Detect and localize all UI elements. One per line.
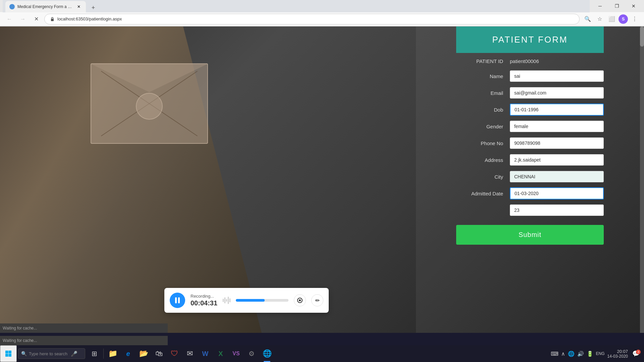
admitted-date-row: Admitted Date bbox=[456, 186, 604, 201]
progress-bar-container[interactable] bbox=[236, 299, 288, 302]
recording-label: Recording... bbox=[191, 294, 217, 299]
patient-form-panel: PATIENT FORM PATIENT ID patient00006 Nam… bbox=[416, 26, 644, 333]
taskbar-search-placeholder: Type here to search bbox=[29, 351, 67, 356]
admitted-date-input[interactable] bbox=[510, 187, 604, 199]
record-dot bbox=[299, 299, 301, 301]
status-text: Waiting for cache... bbox=[3, 326, 37, 330]
clock-date: 14-03-2020 bbox=[607, 354, 628, 359]
url-text: localhost:63503/patientlogin.aspx bbox=[57, 16, 574, 21]
start-button[interactable] bbox=[0, 345, 17, 362]
profile-button[interactable]: S bbox=[619, 14, 628, 24]
city-input[interactable] bbox=[510, 171, 604, 182]
email-input[interactable] bbox=[510, 87, 604, 99]
patient-id-label: PATIENT ID bbox=[456, 58, 510, 64]
gender-input[interactable] bbox=[510, 121, 604, 132]
taskbar-app-excel[interactable]: X bbox=[213, 345, 228, 362]
settings-icon: ⚙ bbox=[249, 350, 255, 358]
envelope-overlay bbox=[91, 63, 208, 144]
address-bar: ← → ✕ localhost:63503/patientlogin.aspx … bbox=[0, 12, 644, 26]
name-input[interactable] bbox=[510, 70, 604, 82]
recording-bar: Recording... 00:04:31 ✏ bbox=[164, 288, 329, 313]
taskbar-app-vs[interactable]: VS bbox=[228, 345, 244, 362]
windows-icon bbox=[5, 350, 12, 357]
address-row: Address bbox=[456, 153, 604, 167]
notification-button[interactable]: 💬 3 bbox=[631, 348, 641, 359]
taskbar-search-box[interactable]: 🔍 Type here to search 🎤 bbox=[18, 348, 85, 359]
taskbar-app-settings[interactable]: ⚙ bbox=[244, 345, 259, 362]
tab-close-button[interactable]: ✕ bbox=[76, 4, 82, 10]
new-tab-button[interactable]: + bbox=[89, 3, 98, 12]
bookmark-button[interactable]: ☆ bbox=[594, 14, 605, 24]
pause-button[interactable] bbox=[170, 293, 185, 308]
main-content: PATIENT FORM PATIENT ID patient00006 Nam… bbox=[0, 26, 644, 333]
tray-battery-icon: 🔋 bbox=[587, 351, 593, 357]
phone-label: Phone No bbox=[456, 140, 510, 146]
svg-rect-3 bbox=[9, 351, 12, 354]
taskbar-app-edge[interactable]: e bbox=[120, 345, 136, 362]
status-bar: Waiting for cache... bbox=[0, 323, 168, 333]
tray-volume-icon: 🔊 bbox=[577, 351, 584, 357]
submit-button[interactable]: Submit bbox=[456, 225, 604, 245]
taskbar-app-word[interactable]: W bbox=[198, 345, 213, 362]
window-controls: ─ ❐ ✕ bbox=[592, 0, 641, 12]
close-button[interactable]: ✕ bbox=[626, 0, 641, 12]
taskbar-right: ⌨ ∧ 🌐 🔊 🔋 ENG 20:07 14-03-2020 💬 3 bbox=[551, 348, 644, 359]
gender-row: Gender bbox=[456, 119, 604, 134]
taskbar-app-explorer[interactable]: 📁 bbox=[105, 345, 120, 362]
extra-input[interactable] bbox=[510, 204, 604, 216]
phone-row: Phone No bbox=[456, 136, 604, 150]
title-bar: Medical Emergency Form a Resp... ✕ + ─ ❐… bbox=[0, 0, 644, 12]
gender-label: Gender bbox=[456, 124, 510, 129]
mail-icon: ✉ bbox=[187, 349, 193, 358]
taskbar-clock[interactable]: 20:07 14-03-2020 bbox=[607, 349, 628, 359]
form-header: PATIENT FORM bbox=[456, 26, 604, 53]
dob-label: Dob bbox=[456, 107, 510, 113]
phone-input[interactable] bbox=[510, 137, 604, 149]
tray-network-icon: 🌐 bbox=[568, 351, 575, 357]
minimize-button[interactable]: ─ bbox=[592, 0, 608, 12]
explorer-icon: 📁 bbox=[108, 349, 117, 358]
svg-rect-2 bbox=[5, 351, 8, 354]
form-header-text: PATIENT FORM bbox=[492, 35, 568, 45]
dob-input[interactable] bbox=[510, 104, 604, 116]
address-input[interactable] bbox=[510, 154, 604, 166]
more-button[interactable]: ⋮ bbox=[629, 14, 640, 24]
search-browser-button[interactable]: 🔍 bbox=[582, 14, 593, 24]
waveform bbox=[223, 297, 230, 304]
recording-time: 00:04:31 bbox=[191, 299, 217, 307]
tray-lang-label: ENG bbox=[596, 351, 605, 356]
forward-button[interactable]: → bbox=[17, 14, 28, 24]
tray-up-icon[interactable]: ∧ bbox=[561, 351, 565, 357]
pause-icon bbox=[175, 297, 180, 303]
taskbar-app-files[interactable]: 📂 bbox=[136, 345, 151, 362]
wave-bar bbox=[229, 298, 230, 302]
name-row: Name bbox=[456, 69, 604, 83]
form-body: PATIENT ID patient00006 Name Email Dob G… bbox=[456, 58, 604, 245]
taskbar-app-mail[interactable]: ✉ bbox=[182, 345, 198, 362]
address-label: Address bbox=[456, 157, 510, 163]
scrollbar[interactable] bbox=[640, 26, 644, 333]
browser-status-bar: Waiting for cache... bbox=[0, 336, 168, 345]
screenshot-button[interactable]: ⬜ bbox=[606, 14, 617, 24]
envelope-circle bbox=[136, 93, 163, 120]
patient-id-row: PATIENT ID patient00006 bbox=[456, 58, 604, 64]
pause-bar-left bbox=[175, 297, 177, 303]
taskbar-divider bbox=[103, 349, 104, 359]
taskbar-app-store[interactable]: 🛍 bbox=[151, 345, 167, 362]
taskbar-taskview[interactable]: ⊞ bbox=[87, 345, 102, 362]
record-button[interactable] bbox=[294, 294, 306, 306]
restore-button[interactable]: ❐ bbox=[609, 0, 625, 12]
url-bar[interactable]: localhost:63503/patientlogin.aspx bbox=[44, 14, 580, 24]
notification-badge: 3 bbox=[636, 350, 641, 354]
svg-rect-1 bbox=[51, 19, 54, 21]
browser-tab[interactable]: Medical Emergency Form a Resp... ✕ bbox=[5, 1, 86, 12]
annotate-button[interactable]: ✏ bbox=[311, 294, 323, 306]
svg-rect-4 bbox=[5, 354, 8, 357]
back-button[interactable]: ← bbox=[4, 14, 15, 24]
taskbar-app-malwarebytes[interactable]: 🛡 bbox=[167, 345, 182, 362]
taskbar-mic-button[interactable]: 🎤 bbox=[69, 349, 79, 358]
reload-button[interactable]: ✕ bbox=[31, 14, 42, 24]
taskbar-app-chrome[interactable]: 🌐 bbox=[259, 345, 275, 362]
chrome-icon: 🌐 bbox=[263, 349, 272, 358]
scrollbar-thumb[interactable] bbox=[640, 26, 644, 47]
